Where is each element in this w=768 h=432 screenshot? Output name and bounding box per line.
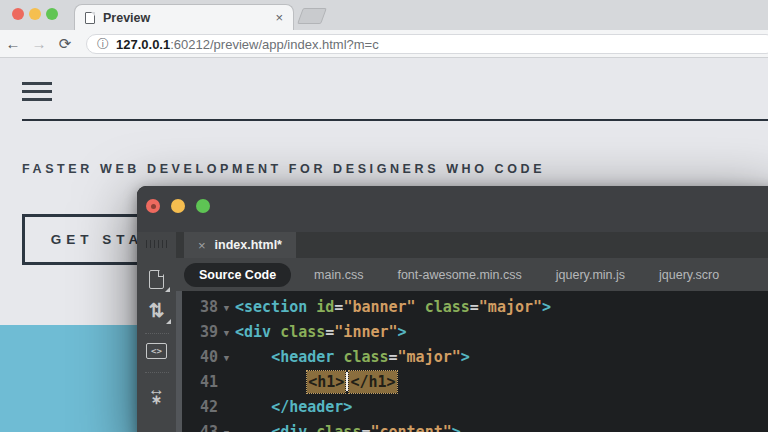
code-text: <h1></h1> xyxy=(235,372,397,391)
file-icon[interactable] xyxy=(149,270,164,289)
fold-spacer xyxy=(218,381,235,383)
code-token: "major" xyxy=(398,348,461,366)
browser-minimize-button[interactable] xyxy=(29,8,41,20)
file-tab-0[interactable]: Source Code xyxy=(184,263,291,287)
code-token: class xyxy=(280,323,325,341)
code-token: > xyxy=(452,423,461,432)
browser-zoom-button[interactable] xyxy=(46,8,58,20)
sidebar-grip-handle[interactable] xyxy=(146,240,168,248)
page-info-icon[interactable]: ⓘ xyxy=(97,36,109,53)
browser-close-button[interactable] xyxy=(12,8,24,20)
header-divider xyxy=(22,119,768,121)
editor-window: ⇅ <> ↔ ∗ × index.html* xyxy=(137,186,768,432)
code-token: = xyxy=(470,298,479,316)
code-token: = xyxy=(389,348,398,366)
code-line-42[interactable]: 42 </header> xyxy=(176,394,768,419)
code-token: "major" xyxy=(479,298,542,316)
sort-arrows-icon[interactable]: ⇅ xyxy=(149,301,165,320)
code-token: class xyxy=(316,423,361,432)
url-host: 127.0.0.1 xyxy=(116,37,170,52)
code-line-40[interactable]: 40▼ <header class="major"> xyxy=(176,344,768,369)
selected-token: </h1> xyxy=(349,371,396,393)
tab-close-icon[interactable]: × xyxy=(275,11,283,24)
back-icon[interactable]: ← xyxy=(0,35,26,52)
code-line-41[interactable]: 41 <h1></h1> xyxy=(176,369,768,394)
line-number: 41 xyxy=(186,373,218,391)
dropdown-corner-icon xyxy=(166,319,171,324)
code-editor-area[interactable]: 38▼<section id="banner" class="major">39… xyxy=(176,291,768,432)
fold-triangle-icon[interactable]: ▼ xyxy=(218,301,235,313)
code-token xyxy=(307,423,316,432)
line-number: 43 xyxy=(186,423,218,432)
code-token: "banner" xyxy=(343,298,415,316)
code-token: <div xyxy=(271,423,307,432)
hamburger-menu-icon[interactable] xyxy=(22,82,52,102)
editor-tab-index-html[interactable]: × index.html* xyxy=(184,232,296,258)
editor-tab-title: index.html* xyxy=(215,238,282,252)
sidebar-divider xyxy=(145,333,169,334)
url-path: :60212/preview/app/index.html?m=c xyxy=(170,37,378,52)
fold-triangle-icon[interactable]: ▼ xyxy=(218,351,235,363)
code-token: = xyxy=(325,323,334,341)
code-token xyxy=(235,398,271,416)
new-tab-button[interactable] xyxy=(297,8,327,24)
file-switcher-bar: Source Codemain.cssfont-awesome.min.cssj… xyxy=(176,258,768,291)
code-token: > xyxy=(461,348,470,366)
code-token: class xyxy=(425,298,470,316)
code-token xyxy=(235,373,307,391)
line-number: 42 xyxy=(186,398,218,416)
file-tab-2[interactable]: font-awesome.min.css xyxy=(380,268,538,282)
editor-minimize-button[interactable] xyxy=(171,199,185,213)
code-line-43[interactable]: 43▼ <div class="content"> xyxy=(176,419,768,432)
code-token xyxy=(307,298,316,316)
code-token: <section xyxy=(235,298,307,316)
code-token xyxy=(235,348,271,366)
page-doc-icon xyxy=(85,12,95,24)
code-text: <header class="major"> xyxy=(235,348,470,366)
editor-zoom-button[interactable] xyxy=(196,199,210,213)
fold-triangle-icon[interactable]: ▼ xyxy=(218,326,235,338)
file-tab-1[interactable]: main.css xyxy=(297,268,380,282)
code-left-strip xyxy=(176,291,182,432)
editor-close-button[interactable] xyxy=(146,199,160,213)
editor-titlebar[interactable] xyxy=(137,186,768,232)
code-token: > xyxy=(542,298,551,316)
file-tab-4[interactable]: jquery.scro xyxy=(642,268,736,282)
line-number: 39 xyxy=(186,323,218,341)
editor-tabbar: × index.html* xyxy=(176,232,768,258)
fold-triangle-icon[interactable]: ▼ xyxy=(218,426,235,432)
forward-icon[interactable]: → xyxy=(26,35,52,52)
browser-toolbar: ← → ⟳ ⓘ 127.0.0.1:60212/preview/app/inde… xyxy=(0,30,768,58)
line-number: 38 xyxy=(186,298,218,316)
code-token: "inner" xyxy=(334,323,397,341)
code-line-38[interactable]: 38▼<section id="banner" class="major"> xyxy=(176,294,768,319)
code-token: <div xyxy=(235,323,271,341)
code-token: "content" xyxy=(370,423,451,432)
code-text: <div class="content"> xyxy=(235,423,461,432)
editor-tab-close-icon[interactable]: × xyxy=(198,238,206,253)
resize-arrows-icon[interactable]: ↔ ∗ xyxy=(148,385,165,404)
file-tab-3[interactable]: jquery.min.js xyxy=(539,268,642,282)
address-bar[interactable]: ⓘ 127.0.0.1:60212/preview/app/index.html… xyxy=(86,34,768,54)
line-number: 40 xyxy=(186,348,218,366)
hero-heading: FASTER WEB DEVELOPMENT FOR DESIGNERS WHO… xyxy=(22,162,545,176)
screenshot-stage: Preview × ← → ⟳ ⓘ 127.0.0.1:60212/previe… xyxy=(0,0,768,432)
url-text: 127.0.0.1:60212/preview/app/index.html?m… xyxy=(116,37,379,52)
fold-spacer xyxy=(218,406,235,408)
reload-icon[interactable]: ⟳ xyxy=(52,35,78,53)
code-text: <section id="banner" class="major"> xyxy=(235,298,551,316)
code-token xyxy=(271,323,280,341)
code-token: id xyxy=(316,298,334,316)
code-token: class xyxy=(343,348,388,366)
browser-tab-preview[interactable]: Preview × xyxy=(74,4,294,30)
code-token: > xyxy=(398,323,407,341)
dropdown-corner-icon xyxy=(165,287,170,292)
code-token xyxy=(235,423,271,432)
code-text: </header> xyxy=(235,398,352,416)
sidebar-divider xyxy=(145,372,169,373)
code-line-39[interactable]: 39▼<div class="inner"> xyxy=(176,319,768,344)
browser-tab-title: Preview xyxy=(103,11,275,25)
code-panel-icon[interactable]: <> xyxy=(146,343,167,359)
code-token: </header> xyxy=(271,398,352,416)
code-token xyxy=(416,298,425,316)
